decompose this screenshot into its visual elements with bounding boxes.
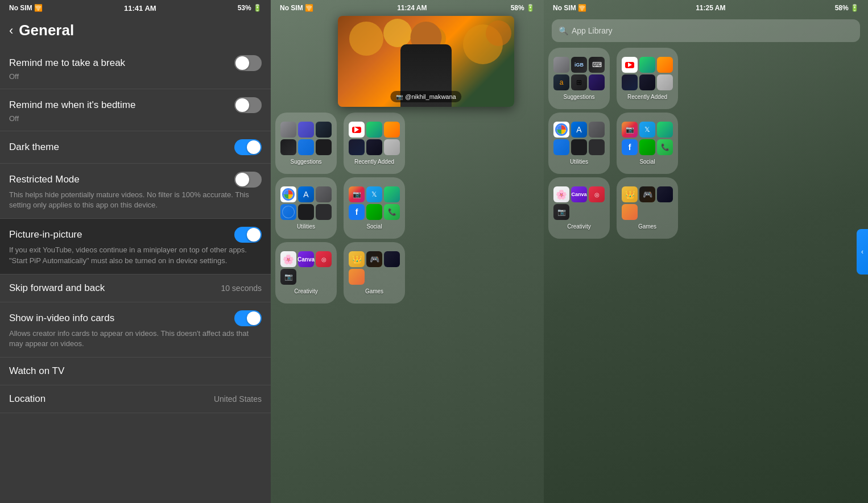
folder-games-1[interactable]: 👑 🎮 Games (344, 242, 405, 304)
folder-creativity-1[interactable]: 🌸 Canva ◎ 📷 Creativity (275, 242, 337, 304)
bokeh-5 (486, 20, 511, 46)
instagram-icon: 📷 (396, 94, 403, 100)
lib-app-bezelb (657, 186, 673, 202)
lib-app-game2: 🎮 (639, 186, 655, 202)
pip-video-overlay[interactable]: 📷 @nikhil_makwana (338, 16, 514, 107)
app-game1-1: 👑 (349, 251, 365, 267)
status-bar-home1: No SIM 🛜 11:24 AM 58% 🔋 (271, 0, 544, 16)
side-handle-icon: ‹ (861, 248, 863, 256)
lib-app-icon-uc (589, 122, 605, 138)
toggle-dark-theme[interactable] (234, 139, 262, 155)
lib-folder-icons-games: 👑 🎮 (622, 186, 673, 220)
lib-app-igb: iGB (571, 57, 587, 73)
toggle-info-cards[interactable] (234, 310, 262, 326)
pip-username: @nikhil_makwana (405, 93, 456, 100)
setting-label-info-cards: Show in-video info cards (9, 313, 114, 324)
app-twitter-1: 𝕏 (366, 186, 382, 202)
lib-app-twitter: 𝕏 (639, 122, 655, 138)
library-battery: 58% 🔋 (835, 4, 859, 12)
app-chrome-1 (280, 186, 296, 202)
app-settings-1 (280, 122, 296, 138)
lib-app-amazon: a (553, 74, 569, 90)
home1-time: 11:24 AM (397, 4, 427, 12)
lib-app-camera: 📷 (553, 204, 569, 220)
lib-app-icon-rh (657, 57, 673, 73)
setting-watch-tv[interactable]: Watch on TV (0, 357, 271, 385)
settings-panel: No SIM 🛜 11:41 AM 53% 🔋 ‹ General Remind… (0, 0, 271, 503)
app-whatsapp-1 (366, 122, 382, 138)
lib-folder-icons-social: 📷 𝕏 f 📞 (622, 122, 673, 155)
app-row-2: A Utilities 📷 𝕏 (275, 177, 539, 239)
app-icon-1h (384, 122, 400, 138)
lib-folder-recently-added[interactable]: Recently Added (617, 48, 678, 109)
toggle-pip[interactable] (234, 227, 262, 243)
app-library-search[interactable]: 🔍 App Library (552, 19, 860, 42)
lib-folder-social[interactable]: 📷 𝕏 f 📞 Social (617, 113, 678, 174)
lib-folder-utilities[interactable]: A Utilities (548, 113, 610, 174)
toggle-remind-break[interactable] (234, 55, 262, 71)
folder-suggestions-1[interactable]: Suggestions (275, 113, 337, 174)
setting-desc-pip: If you exit YouTube, videos continue in … (9, 245, 262, 265)
lib-folder-icons-suggestions: iGB ⌨ a ⊞ (553, 57, 605, 90)
toggle-remind-bedtime[interactable] (234, 97, 262, 113)
setting-info-cards[interactable]: Show in-video info cards Allows creator … (0, 302, 271, 357)
setting-desc-info-cards: Allows creator info cards to appear on v… (9, 329, 262, 349)
setting-remind-break[interactable]: Remind me to take a break Off (0, 47, 271, 89)
setting-label-skip: Skip forward and back (9, 282, 105, 294)
lib-app-icon-ue (571, 139, 587, 155)
lib-row-3: 🌸 Canva ◎ 📷 Creativity (548, 177, 863, 239)
lib-folder-creativity[interactable]: 🌸 Canva ◎ 📷 Creativity (548, 177, 610, 239)
setting-pip[interactable]: Picture-in-picture If you exit YouTube, … (0, 219, 271, 274)
home-panel-pip: No SIM 🛜 11:24 AM 58% 🔋 📷 @nikhil_makwa (271, 0, 544, 503)
app-game2-1: 🎮 (366, 251, 382, 267)
app-phone-1: 📞 (384, 204, 400, 220)
lib-folder-label-suggestions: Suggestions (563, 94, 594, 100)
lib-app-phone: 📞 (657, 139, 673, 155)
app-icon-2c (316, 186, 332, 202)
app-row-1: Suggestions Recently Added (275, 113, 539, 174)
setting-value-location: United States (214, 394, 262, 404)
setting-desc-restricted-mode: This helps hide potentially mature video… (9, 190, 262, 210)
status-time: 11:41 AM (124, 4, 156, 13)
setting-value-skip: 10 seconds (221, 284, 262, 293)
setting-dark-theme[interactable]: Dark theme (0, 131, 271, 164)
folder-utilities-1[interactable]: A Utilities (275, 177, 337, 239)
lib-folder-label-recently: Recently Added (627, 94, 667, 100)
app-icon-1f (316, 139, 332, 155)
folder-icons-utilities-1: A (280, 186, 332, 220)
folder-label-social-1: Social (366, 223, 382, 230)
search-placeholder: App Library (572, 26, 613, 35)
setting-sublabel-remind-bedtime: Off (9, 114, 262, 123)
lib-folder-label-social: Social (639, 159, 655, 165)
lib-app-photos: 🌸 (553, 186, 569, 202)
folder-recently-added-1[interactable]: Recently Added (344, 113, 405, 174)
lib-app-icon-1f (589, 74, 605, 90)
lib-app-canva: Canva (571, 186, 587, 202)
lib-folder-suggestions[interactable]: iGB ⌨ a ⊞ Suggestions (548, 48, 610, 109)
back-button[interactable]: ‹ (9, 23, 13, 38)
lib-app-icon-uf (589, 139, 605, 155)
setting-restricted-mode[interactable]: Restricted Mode This helps hide potentia… (0, 164, 271, 219)
app-icon-1b (298, 122, 314, 138)
setting-location[interactable]: Location United States (0, 385, 271, 413)
app-facebook-1: f (349, 204, 365, 220)
toggle-restricted-mode[interactable] (234, 172, 262, 188)
home1-battery: 58% 🔋 (511, 4, 535, 12)
library-signal: No SIM 🛜 (553, 4, 586, 12)
side-handle[interactable]: ‹ (857, 229, 868, 275)
folder-social-1[interactable]: 📷 𝕏 f 📞 Social (344, 177, 405, 239)
folder-label-creativity-1: Creativity (294, 288, 318, 294)
lib-folder-icons-creativity: 🌸 Canva ◎ 📷 (553, 186, 605, 220)
lib-folder-games[interactable]: 👑 🎮 Games (617, 177, 678, 239)
lib-app-icon-g4 (622, 204, 638, 220)
setting-remind-bedtime[interactable]: Remind me when it's bedtime Off (0, 89, 271, 131)
lib-folder-label-games: Games (638, 223, 656, 230)
setting-skip[interactable]: Skip forward and back 10 seconds (0, 275, 271, 302)
lib-row-2: A Utilities 📷 𝕏 (548, 113, 863, 174)
app-row-3: 🌸 Canva ◎ 📷 Creativity (275, 242, 539, 304)
setting-label-remind-bedtime: Remind me when it's bedtime (9, 99, 135, 111)
search-icon: 🔍 (559, 26, 568, 35)
lib-folder-label-creativity: Creativity (567, 223, 591, 230)
app-amazon-1 (316, 122, 332, 138)
setting-label-remind-break: Remind me to take a break (9, 57, 125, 69)
